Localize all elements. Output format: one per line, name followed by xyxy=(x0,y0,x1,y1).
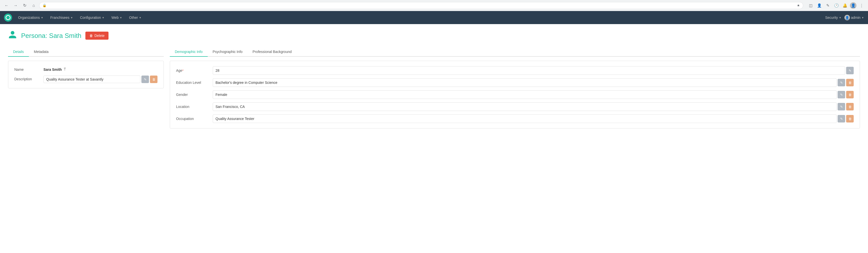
occupation-value: Quality Assurance Tester xyxy=(213,115,837,123)
menu-button[interactable]: ⋮ xyxy=(858,2,865,9)
security-label: Security xyxy=(825,15,838,20)
name-value: Sara Smith T̅ xyxy=(43,66,66,71)
star-icon[interactable]: ★ xyxy=(797,3,800,7)
occupation-row: Occupation Quality Assurance Tester ✎ 🗑 xyxy=(176,114,854,123)
logo-inner xyxy=(5,15,10,20)
right-panel: Demographic Info Psychographic Info Prof… xyxy=(170,47,860,128)
nav-label-configuration: Configuration xyxy=(80,15,101,20)
description-input[interactable] xyxy=(43,75,141,83)
right-tab-bar: Demographic Info Psychographic Info Prof… xyxy=(170,47,860,57)
avatar: 👤 xyxy=(844,15,850,20)
person-icon xyxy=(8,30,17,41)
age-row: Age* 28 ✎ xyxy=(176,66,854,75)
delete-label: Delete xyxy=(94,34,104,38)
back-button[interactable]: ← xyxy=(3,2,10,9)
age-value-wrap: 28 ✎ xyxy=(213,66,854,75)
app-logo xyxy=(4,13,12,22)
occupation-label: Occupation xyxy=(176,117,209,121)
nav-item-organizations[interactable]: Organizations ▼ xyxy=(15,14,46,21)
nav-label-franchisees: Franchisees xyxy=(50,15,69,20)
chevron-down-icon: ▼ xyxy=(120,16,122,19)
age-label: Age* xyxy=(176,68,209,72)
gender-row: Gender Female ✎ 🗑 xyxy=(176,90,854,99)
address-bar: 🔒 localhost:8080/wicket/entity/projects.… xyxy=(39,2,803,9)
age-edit-button[interactable]: ✎ xyxy=(846,67,854,74)
tab-details[interactable]: Details xyxy=(8,47,29,57)
age-value: 28 xyxy=(213,66,845,75)
tab-demographic-info[interactable]: Demographic Info xyxy=(170,47,208,57)
gender-edit-button[interactable]: ✎ xyxy=(838,91,845,98)
occupation-delete-button[interactable]: 🗑 xyxy=(846,115,854,123)
description-label: Description xyxy=(14,75,39,81)
forward-button[interactable]: → xyxy=(12,2,19,9)
nav-item-other[interactable]: Other ▼ xyxy=(126,14,145,21)
chevron-down-icon: ▼ xyxy=(41,16,43,19)
description-delete-button[interactable]: 🗑 xyxy=(150,75,157,83)
security-menu[interactable]: Security ▼ xyxy=(825,15,841,20)
occupation-edit-button[interactable]: ✎ xyxy=(838,115,845,123)
tab-metadata[interactable]: Metadata xyxy=(29,47,54,57)
info-box: Age* 28 ✎ Education Level Bachelor's deg xyxy=(170,61,860,128)
gender-value-wrap: Female ✎ 🗑 xyxy=(213,90,854,99)
lock-icon: 🔒 xyxy=(42,3,46,7)
history-button[interactable]: 🕐 xyxy=(833,2,840,9)
location-value: San Francisco, CA xyxy=(213,102,837,111)
education-label: Education Level xyxy=(176,81,209,85)
trash-icon: 🗑 xyxy=(89,34,93,38)
description-edit-button[interactable]: ✎ xyxy=(142,75,149,83)
navbar-right: Security ▼ 👤 admin ▼ xyxy=(825,15,864,20)
location-label: Location xyxy=(176,105,209,109)
page-title: Persona: Sara Smith xyxy=(21,32,82,40)
page-content: Persona: Sara Smith 🗑 Delete Details Met… xyxy=(0,24,868,134)
delete-button[interactable]: 🗑 Delete xyxy=(85,32,108,40)
gender-value: Female xyxy=(213,90,837,99)
location-edit-button[interactable]: ✎ xyxy=(838,103,845,110)
panels: Details Metadata Name Sara Smith T̅ De xyxy=(8,47,860,128)
admin-menu[interactable]: 👤 admin ▼ xyxy=(844,15,864,20)
left-panel: Details Metadata Name Sara Smith T̅ De xyxy=(8,47,164,88)
required-star: * xyxy=(182,69,184,72)
name-field-row: Name Sara Smith T̅ xyxy=(14,66,157,71)
nav-label-web: Web xyxy=(112,15,119,20)
gender-delete-button[interactable]: 🗑 xyxy=(846,91,854,98)
left-tab-bar: Details Metadata xyxy=(8,47,164,57)
profile-button[interactable]: 👤 xyxy=(816,2,823,9)
description-field-row: Description ✎ 🗑 xyxy=(14,75,157,83)
occupation-value-wrap: Quality Assurance Tester ✎ 🗑 xyxy=(213,115,854,123)
chevron-down-icon: ▼ xyxy=(102,16,104,19)
education-edit-button[interactable]: ✎ xyxy=(838,79,845,86)
name-label: Name xyxy=(14,66,39,71)
details-box: Name Sara Smith T̅ Description ✎ 🗑 xyxy=(8,61,164,88)
nav-item-franchisees[interactable]: Franchisees ▼ xyxy=(47,14,76,21)
nav-item-web[interactable]: Web ▼ xyxy=(108,14,125,21)
home-button[interactable]: ⌂ xyxy=(30,2,37,9)
pen-button[interactable]: ✎ xyxy=(824,2,831,9)
education-delete-button[interactable]: 🗑 xyxy=(846,79,854,86)
extensions-button[interactable]: ◫ xyxy=(807,2,814,9)
nav-item-configuration[interactable]: Configuration ▼ xyxy=(77,14,107,21)
description-input-wrap: ✎ 🗑 xyxy=(43,75,157,83)
tab-psychographic-info[interactable]: Psychographic Info xyxy=(208,47,248,57)
avatar-button[interactable]: 👤 xyxy=(850,2,857,9)
education-value-wrap: Bachelor's degree in Computer Science ✎ … xyxy=(213,78,854,87)
location-delete-button[interactable]: 🗑 xyxy=(846,103,854,110)
address-input[interactable]: localhost:8080/wicket/entity/projects.Pe… xyxy=(49,3,795,7)
reload-button[interactable]: ↻ xyxy=(21,2,28,9)
location-row: Location San Francisco, CA ✎ 🗑 xyxy=(176,102,854,111)
browser-chrome: ← → ↻ ⌂ 🔒 localhost:8080/wicket/entity/p… xyxy=(0,0,868,11)
admin-label: admin xyxy=(851,15,861,20)
education-value: Bachelor's degree in Computer Science xyxy=(213,78,837,87)
chevron-down-icon: ▼ xyxy=(139,16,142,19)
navbar: Organizations ▼ Franchisees ▼ Configurat… xyxy=(0,11,868,24)
notifications-button[interactable]: 🔔 xyxy=(841,2,848,9)
tab-professional-background[interactable]: Professional Background xyxy=(248,47,297,57)
chevron-down-icon: ▼ xyxy=(862,16,864,19)
nav-label-other: Other xyxy=(129,15,138,20)
gender-label: Gender xyxy=(176,93,209,97)
clear-format-icon[interactable]: T̅ xyxy=(64,68,66,71)
page-title-row: Persona: Sara Smith 🗑 Delete xyxy=(8,30,860,41)
location-value-wrap: San Francisco, CA ✎ 🗑 xyxy=(213,102,854,111)
education-row: Education Level Bachelor's degree in Com… xyxy=(176,78,854,87)
chevron-down-icon: ▼ xyxy=(70,16,73,19)
nav-label-organizations: Organizations xyxy=(18,15,40,20)
